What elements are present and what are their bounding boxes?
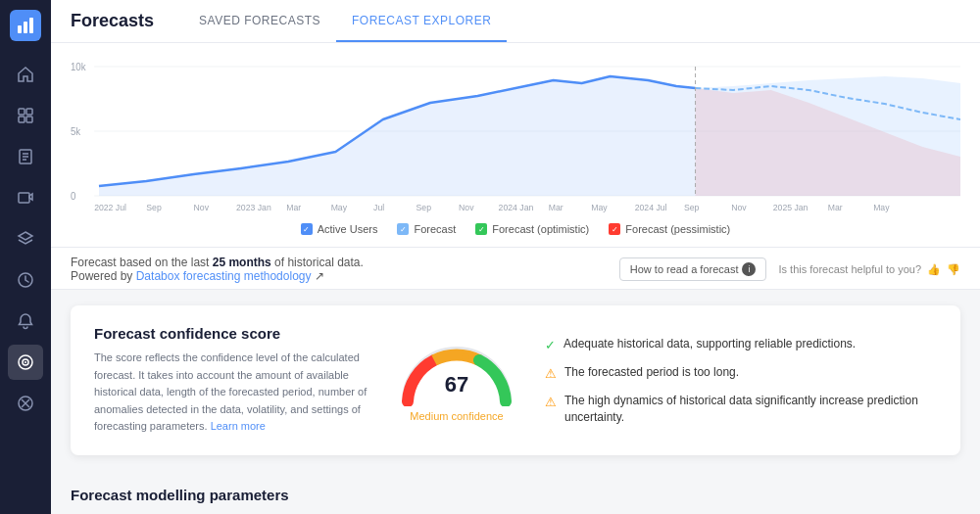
svg-rect-1 [24,22,27,33]
confidence-left: Forecast confidence score The score refl… [94,325,368,436]
chart-footer-right: How to read a forecast i Is this forecas… [619,257,960,281]
svg-text:May: May [873,203,890,212]
page-content: 10k 5k 0 [51,43,980,514]
svg-text:67: 67 [445,372,468,397]
confidence-gauge: 67 Medium confidence [398,338,515,422]
svg-text:Sep: Sep [684,203,700,212]
svg-rect-6 [26,117,32,122]
gauge-svg: 67 [398,338,515,406]
svg-rect-11 [19,193,29,203]
header-tabs: SAVED FORECASTS FORECAST EXPLORER [183,0,507,42]
chart-footer: Forecast based on the last 25 months of … [51,248,980,290]
legend-forecast[interactable]: ✓ Forecast [397,223,456,235]
gauge-label: Medium confidence [410,410,503,422]
warning-icon-1: ⚠ [545,365,557,383]
svg-text:Mar: Mar [286,203,301,212]
svg-text:Nov: Nov [731,203,747,212]
svg-text:Nov: Nov [459,203,474,212]
confidence-item-3: ⚠ The high dynamics of historical data s… [545,393,937,426]
svg-text:Mar: Mar [549,203,564,212]
svg-point-44 [462,353,469,361]
main-content: Forecasts SAVED FORECASTS FORECAST EXPLO… [51,0,980,514]
confidence-title: Forecast confidence score [94,325,368,342]
svg-text:Sep: Sep [416,203,432,212]
confidence-learn-more-link[interactable]: Learn more [211,420,266,432]
legend-checkbox-active-users: ✓ [301,223,313,235]
info-icon: i [742,262,756,276]
chart-section: 10k 5k 0 [51,43,980,248]
chart-legend: ✓ Active Users ✓ Forecast ✓ Forecast (op… [71,223,960,235]
sidebar-item-dashboard[interactable] [8,98,43,133]
svg-text:2024 Jul: 2024 Jul [635,203,667,212]
confidence-description: The score reflects the confidence level … [94,350,368,436]
svg-rect-4 [26,109,32,115]
svg-rect-3 [19,109,24,115]
svg-text:2024 Jan: 2024 Jan [499,203,534,212]
confidence-items: ✓ Adequate historical data, supporting r… [545,336,937,426]
svg-text:Mar: Mar [828,203,843,212]
sidebar-item-reports[interactable] [8,139,43,174]
legend-active-users[interactable]: ✓ Active Users [301,223,378,235]
thumbs-up-icon[interactable]: 👍 [927,263,941,276]
legend-checkbox-optimistic: ✓ [475,223,487,235]
sidebar-item-help[interactable] [8,386,43,421]
legend-forecast-pessimistic[interactable]: ✓ Forecast (pessimistic) [609,223,730,235]
svg-text:5k: 5k [71,126,80,137]
thumbs-down-icon[interactable]: 👎 [947,263,960,276]
svg-text:Nov: Nov [194,203,210,212]
svg-rect-0 [18,25,22,33]
how-to-read-button[interactable]: How to read a forecast i [619,257,767,281]
legend-forecast-optimistic[interactable]: ✓ Forecast (optimistic) [475,223,589,235]
sidebar-item-home[interactable] [8,57,43,92]
legend-checkbox-pessimistic: ✓ [609,223,620,235]
sidebar-item-clock[interactable] [8,262,43,298]
svg-text:May: May [591,203,608,212]
tab-saved-forecasts[interactable]: SAVED FORECASTS [183,0,336,42]
chart-svg: 10k 5k 0 [71,59,960,215]
svg-text:May: May [331,203,348,212]
sidebar-item-forecast[interactable] [8,345,43,380]
svg-text:2023 Jan: 2023 Jan [236,203,271,212]
svg-text:Sep: Sep [146,203,162,212]
svg-point-15 [24,361,26,363]
app-logo[interactable] [10,10,41,41]
svg-text:Jul: Jul [373,203,384,212]
confidence-card: Forecast confidence score The score refl… [71,305,960,455]
tab-forecast-explorer[interactable]: FORECAST EXPLORER [336,0,507,42]
check-icon: ✓ [545,337,556,354]
modelling-section: Forecast modelling parameters Include se… [51,471,980,514]
svg-text:2025 Jan: 2025 Jan [773,203,808,212]
forecast-chart: 10k 5k 0 [71,59,960,215]
sidebar [0,0,51,514]
sidebar-item-alerts[interactable] [8,304,43,339]
modelling-title: Forecast modelling parameters [71,487,960,503]
svg-rect-5 [19,117,24,122]
helpful-text: Is this forecast helpful to you? 👍 👎 [778,263,960,276]
svg-rect-2 [29,18,33,33]
sidebar-item-video[interactable] [8,180,43,215]
svg-text:2022 Jul: 2022 Jul [94,203,126,212]
svg-text:0: 0 [71,191,76,202]
warning-icon-2: ⚠ [545,394,557,411]
confidence-item-1: ✓ Adequate historical data, supporting r… [545,336,937,354]
sidebar-item-layers[interactable] [8,221,43,257]
confidence-item-2: ⚠ The forecasted period is too long. [545,364,937,383]
chart-footer-text: Forecast based on the last 25 months of … [71,256,364,283]
methodology-link[interactable]: Databox forecasting methodology [136,269,312,283]
page-header: Forecasts SAVED FORECASTS FORECAST EXPLO… [51,0,980,43]
legend-checkbox-forecast: ✓ [397,223,409,235]
page-title: Forecasts [71,11,154,31]
svg-text:10k: 10k [71,62,86,72]
